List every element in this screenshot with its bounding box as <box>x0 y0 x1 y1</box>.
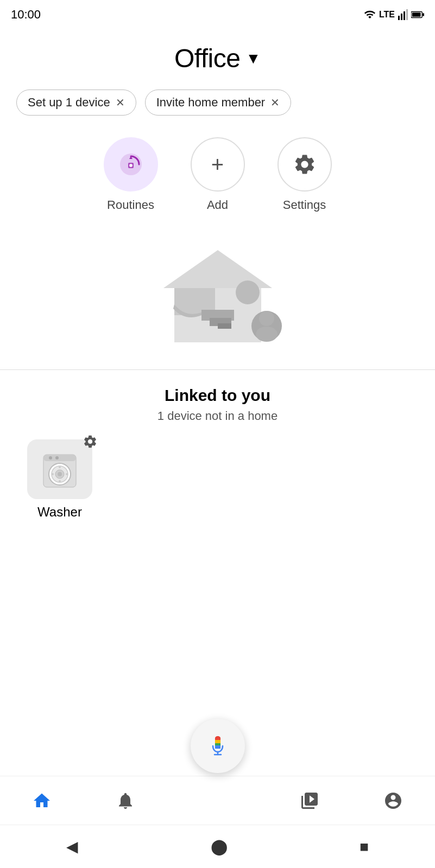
lte-label: LTE <box>379 10 395 20</box>
nav-notifications[interactable] <box>84 791 167 810</box>
washer-icon-container <box>27 439 92 499</box>
svg-rect-21 <box>43 455 76 461</box>
house-illustration <box>142 234 294 353</box>
status-bar: 10:00 LTE <box>0 0 435 27</box>
battery-icon <box>411 11 424 18</box>
nav-profile[interactable] <box>351 791 435 810</box>
invite-chip-label: Invite home member <box>156 95 266 110</box>
title-row: Office ▼ <box>16 43 419 73</box>
wifi-icon <box>364 10 376 20</box>
signal-icon <box>398 9 408 20</box>
mic-icon <box>206 734 230 758</box>
device-settings-badge <box>83 434 98 453</box>
svg-point-31 <box>66 473 68 475</box>
settings-action[interactable]: Settings <box>278 137 332 212</box>
washer-device-card[interactable]: Washer <box>22 439 98 520</box>
svg-marker-10 <box>163 250 272 288</box>
svg-point-28 <box>59 466 61 468</box>
invite-chip-close[interactable]: ✕ <box>270 96 280 109</box>
washer-label: Washer <box>37 505 82 520</box>
status-icons: LTE <box>364 9 424 20</box>
nav-profile-icon <box>383 791 403 810</box>
home-button[interactable]: ⬤ <box>211 838 228 856</box>
svg-point-9 <box>129 164 133 167</box>
svg-rect-2 <box>404 11 405 20</box>
linked-title: Linked to you <box>5 386 430 405</box>
svg-point-29 <box>59 480 61 482</box>
svg-rect-39 <box>215 746 220 749</box>
settings-icon <box>293 152 317 176</box>
svg-rect-36 <box>215 740 220 743</box>
routines-action[interactable]: Routines <box>104 137 158 212</box>
setup-chip[interactable]: Set up 1 device ✕ <box>16 90 136 116</box>
svg-point-19 <box>256 327 278 342</box>
home-dropdown-arrow[interactable]: ▼ <box>245 50 261 67</box>
setup-chip-close[interactable]: ✕ <box>116 96 125 109</box>
svg-point-16 <box>236 280 260 304</box>
home-title: Office <box>174 43 241 73</box>
chips-row: Set up 1 device ✕ Invite home member ✕ <box>16 90 419 116</box>
svg-point-23 <box>55 456 59 459</box>
settings-label: Settings <box>283 198 326 212</box>
nav-home-icon <box>32 791 52 810</box>
actions-row: Routines + Add Settings <box>16 137 419 212</box>
nav-media[interactable] <box>268 791 351 810</box>
add-circle: + <box>191 137 245 192</box>
add-action[interactable]: + Add <box>191 137 245 212</box>
svg-point-18 <box>259 311 274 326</box>
add-label: Add <box>207 198 228 212</box>
back-button[interactable]: ◀ <box>66 838 78 856</box>
add-icon: + <box>211 154 224 175</box>
mic-fab-container <box>191 719 245 773</box>
svg-rect-15 <box>218 323 231 329</box>
svg-point-30 <box>52 473 54 475</box>
svg-rect-5 <box>412 12 421 16</box>
svg-rect-3 <box>406 9 408 20</box>
linked-section: Linked to you 1 device not in a home <box>0 386 435 520</box>
svg-rect-1 <box>401 14 402 20</box>
invite-chip[interactable]: Invite home member ✕ <box>145 90 292 116</box>
section-divider <box>0 369 435 370</box>
nav-bell-icon <box>116 791 135 810</box>
linked-subtitle: 1 device not in a home <box>5 409 430 423</box>
mic-fab-button[interactable] <box>191 719 245 773</box>
routines-icon <box>117 151 144 178</box>
recents-button[interactable]: ■ <box>360 838 369 856</box>
setup-chip-label: Set up 1 device <box>28 95 110 110</box>
svg-point-27 <box>58 472 62 476</box>
svg-rect-0 <box>398 16 400 20</box>
bottom-nav <box>0 776 435 825</box>
device-gear-icon <box>83 434 98 449</box>
routines-label: Routines <box>107 198 154 212</box>
washer-icon <box>41 449 79 490</box>
system-nav: ◀ ⬤ ■ <box>0 825 435 868</box>
nav-home[interactable] <box>0 791 84 810</box>
svg-point-22 <box>49 456 52 459</box>
svg-rect-6 <box>423 13 424 16</box>
main-content: Office ▼ Set up 1 device ✕ Invite home m… <box>0 27 435 353</box>
routines-circle <box>104 137 158 192</box>
status-time: 10:00 <box>11 8 41 22</box>
nav-media-icon <box>300 791 319 810</box>
illustration-container <box>16 234 419 353</box>
settings-circle <box>278 137 332 192</box>
